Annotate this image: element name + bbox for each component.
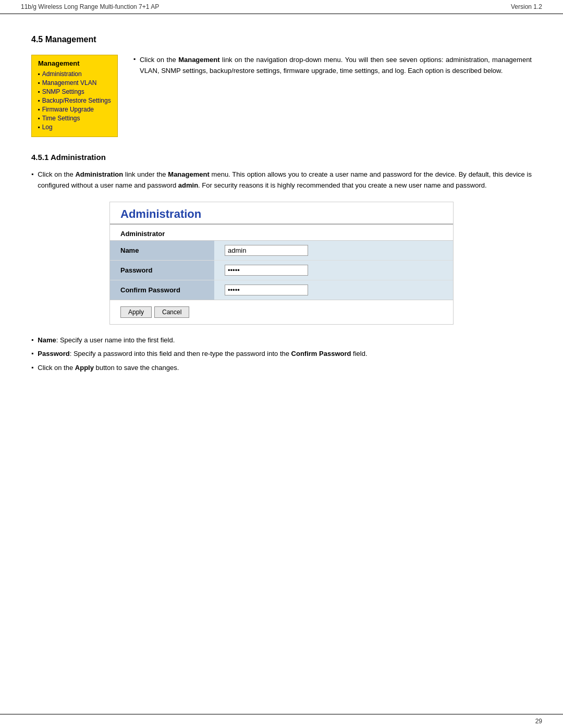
notes-section: ▪ Name: Specify a user name into the fir… — [31, 335, 532, 374]
section-45-description-block: ▪ Click on the Management link on the na… — [133, 55, 532, 77]
confirm-password-label: Confirm Password — [110, 280, 214, 300]
note-name: ▪ Name: Specify a user name into the fir… — [31, 335, 532, 346]
name-spacer — [413, 241, 453, 261]
section-451: 4.5.1 Administration ▪ Click on the Admi… — [31, 153, 532, 374]
section-451-intro-item: ▪ Click on the Administration link under… — [31, 169, 532, 191]
menu-list: Administration Management VLAN SNMP Sett… — [38, 70, 111, 131]
section-45-description: Click on the Management link on the navi… — [140, 55, 532, 77]
note-apply-text: Click on the Apply button to save the ch… — [38, 363, 179, 374]
password-spacer — [413, 260, 453, 280]
admin-panel: Administration Administrator Name Passwo… — [109, 202, 454, 325]
admin-table: Name Password Confirm Pa — [110, 241, 453, 300]
menu-item-firmware-upgrade[interactable]: Firmware Upgrade — [38, 106, 111, 113]
note-password: ▪ Password: Specify a password into this… — [31, 349, 532, 360]
menu-item-log[interactable]: Log — [38, 124, 111, 131]
menu-item-backup-restore[interactable]: Backup/Restore Settings — [38, 97, 111, 104]
management-menu-box: Management Administration Management VLA… — [31, 55, 118, 137]
admin-panel-title: Administration — [110, 202, 453, 225]
bullet-icon: ▪ — [133, 55, 136, 63]
bullet-icon-2: ▪ — [31, 170, 33, 178]
cancel-button[interactable]: Cancel — [154, 306, 189, 318]
password-input-cell — [214, 260, 413, 280]
management-layout: Management Administration Management VLA… — [31, 55, 532, 137]
table-row-name: Name — [110, 241, 453, 261]
admin-buttons: Apply Cancel — [110, 300, 453, 324]
main-content: 4.5 Management Management Administration… — [0, 14, 563, 408]
note-apply: ▪ Click on the Apply button to save the … — [31, 363, 532, 374]
page-header: 11b/g Wireless Long Range Multi-function… — [0, 0, 563, 14]
note-bullet-3: ▪ — [31, 364, 33, 371]
page-number: 29 — [535, 718, 542, 725]
admin-section-label: Administrator — [110, 225, 453, 241]
confirm-password-input-cell — [214, 280, 413, 300]
table-row-password: Password — [110, 260, 453, 280]
name-input[interactable] — [225, 245, 308, 256]
page-footer: 29 — [0, 714, 563, 728]
section-45-title: 4.5 Management — [31, 35, 532, 44]
note-bullet-2: ▪ — [31, 350, 33, 357]
menu-item-time-settings[interactable]: Time Settings — [38, 115, 111, 122]
confirm-password-input[interactable] — [225, 285, 308, 295]
name-label: Name — [110, 241, 214, 261]
header-right: Version 1.2 — [511, 3, 542, 10]
menu-item-management-vlan[interactable]: Management VLAN — [38, 79, 111, 87]
confirm-spacer — [413, 280, 453, 300]
password-input[interactable] — [225, 265, 308, 276]
section-451-intro-block: ▪ Click on the Administration link under… — [31, 169, 532, 191]
name-input-cell — [214, 241, 413, 261]
password-label: Password — [110, 260, 214, 280]
section-451-title: 4.5.1 Administration — [31, 153, 532, 162]
note-name-text: Name: Specify a user name into the first… — [38, 335, 175, 346]
section-45: 4.5 Management Management Administration… — [31, 35, 532, 137]
table-row-confirm-password: Confirm Password — [110, 280, 453, 300]
menu-item-snmp-settings[interactable]: SNMP Settings — [38, 88, 111, 95]
menu-box-title: Management — [38, 59, 111, 67]
header-left: 11b/g Wireless Long Range Multi-function… — [21, 3, 159, 10]
apply-button[interactable]: Apply — [120, 306, 152, 318]
note-password-text: Password: Specify a password into this f… — [38, 349, 367, 360]
section-451-intro-text: Click on the Administration link under t… — [38, 169, 532, 191]
note-bullet-1: ▪ — [31, 336, 33, 343]
menu-item-administration[interactable]: Administration — [38, 70, 111, 78]
